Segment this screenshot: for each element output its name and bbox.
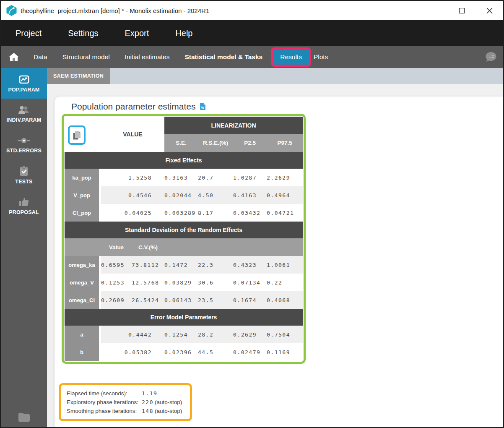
param-p975: 0.22 — [267, 274, 303, 291]
value-column-header: VALUE — [101, 117, 164, 152]
results-subtab-band: SAEM ESTIMATION — [47, 68, 503, 84]
param-value: 0.4442 — [101, 326, 164, 343]
svg-text:w: w — [200, 105, 204, 110]
param-label: omega_ka — [65, 256, 101, 274]
sidebar-item-label: PROPOSAL — [9, 209, 39, 215]
sidebar-item-std-errors[interactable]: STD.ERRORS — [1, 129, 47, 160]
param-p975: 0.04721 — [267, 204, 303, 222]
subtab-saem-estimation[interactable]: SAEM ESTIMATION — [47, 68, 110, 84]
home-icon[interactable] — [8, 52, 19, 62]
section-header-error-model: Error Model Parameters — [65, 309, 303, 326]
summary-suffix: (auto-stop) — [155, 399, 182, 405]
param-value: 0.05382 — [101, 343, 164, 361]
col-header-p975: P97.5 — [267, 134, 303, 152]
col-header-re-cv: C.V.(%) — [132, 238, 164, 256]
copy-icon[interactable] — [73, 130, 81, 140]
tab-statistical-model-tasks[interactable]: Statistical model & Tasks — [184, 53, 262, 61]
param-p25: 0.2629 — [233, 326, 267, 343]
pop-param-card: Population parameter estimates w — [55, 97, 503, 427]
table-row: b 0.05382 0.02396 44.5 0.02479 0.1169 — [65, 343, 303, 361]
sidebar-item-label: STD.ERRORS — [6, 148, 42, 154]
sidebar-item-label: TESTS — [15, 179, 32, 185]
tab-structural-model[interactable]: Structural model — [62, 53, 110, 61]
summary-elapsed-time: Elapsed time (seconds): 1.19 — [67, 390, 184, 397]
tab-plots[interactable]: Plots — [314, 53, 328, 61]
param-label: a — [65, 326, 101, 343]
sidebar-item-proposal[interactable]: PROPOSAL — [1, 191, 47, 221]
tab-data[interactable]: Data — [34, 53, 47, 61]
menu-project[interactable]: Project — [16, 29, 42, 38]
param-rse: 44.5 — [198, 343, 233, 361]
param-rse: 22.3 — [198, 256, 233, 274]
summary-label: Smoothing phase iterations: — [67, 408, 142, 414]
summary-label: Exploratory phase iterations: — [67, 399, 142, 405]
param-p25: 0.4163 — [233, 186, 267, 204]
menu-settings[interactable]: Settings — [68, 29, 98, 38]
param-p975: 1.0061 — [267, 256, 303, 274]
monolix-logo-icon — [6, 5, 17, 16]
col-header-se: S.E. — [164, 134, 198, 152]
close-icon — [486, 8, 493, 14]
section-header-random-effects: Standard Deviation of the Random Effects — [65, 222, 303, 238]
monolix-window: theophylline_project.mlxtran [demo] * - … — [0, 0, 504, 428]
param-cv: 12.5768 — [132, 274, 164, 291]
summary-smoothing-iterations: Smoothing phase iterations: 148 (auto-st… — [67, 408, 184, 414]
maximize-button[interactable] — [448, 1, 475, 20]
section-header-fixed-effects: Fixed Effects — [65, 152, 303, 169]
project-folder-button[interactable] — [1, 412, 47, 422]
param-p975: 0.7504 — [267, 326, 303, 343]
param-p25: 0.03432 — [233, 204, 267, 222]
param-rse: 8.17 — [198, 204, 233, 222]
param-se: 0.3163 — [164, 169, 198, 186]
titlebar: theophylline_project.mlxtran [demo] * - … — [1, 1, 503, 20]
table-row: a 0.4442 0.1254 28.2 0.2629 0.7504 — [65, 326, 303, 343]
param-p975: 0.1169 — [267, 343, 303, 361]
copy-table-annotation — [68, 125, 86, 145]
run-summary-annotation: Elapsed time (seconds): 1.19 Exploratory… — [59, 383, 192, 421]
sidebar-item-label: POP.PARAM — [8, 87, 40, 93]
summary-exploratory-iterations: Exploratory phase iterations: 220 (auto-… — [67, 399, 184, 405]
param-p25: 0.4323 — [233, 256, 267, 274]
results-highlight-annotation: Results — [271, 47, 311, 67]
sidebar-item-pop-param[interactable]: POP.PARAM — [1, 68, 47, 99]
menubar: Project Settings Export Help — [1, 20, 503, 46]
menu-export[interactable]: Export — [125, 29, 149, 38]
param-se: 0.003289 — [164, 204, 198, 222]
sidebar-item-indiv-param[interactable]: INDIV.PARAM — [1, 99, 47, 129]
param-rse: 30.6 — [198, 274, 233, 291]
feedback-button[interactable] — [484, 51, 497, 65]
tab-initial-estimates[interactable]: Initial estimates — [125, 53, 170, 61]
tab-results[interactable]: Results — [273, 50, 309, 65]
param-label: omega_Cl — [65, 291, 101, 309]
menu-help[interactable]: Help — [175, 29, 192, 38]
param-value: 0.2609 — [101, 291, 132, 309]
param-se: 0.06143 — [164, 291, 198, 309]
param-label: omega_V — [65, 274, 101, 291]
table-row: Cl_pop 0.04025 0.003289 8.17 0.03432 0.0… — [65, 204, 303, 222]
param-p975: 2.2629 — [267, 169, 303, 186]
sidebar-item-tests[interactable]: TESTS — [1, 160, 47, 191]
sidebar-item-label: INDIV.PARAM — [7, 117, 42, 123]
people-icon — [18, 105, 30, 115]
param-rse: 28.2 — [198, 326, 233, 343]
thumbs-up-icon — [18, 197, 29, 207]
param-value: 0.4546 — [101, 186, 164, 204]
param-p25: 1.0287 — [233, 169, 267, 186]
summary-label: Elapsed time (seconds): — [67, 390, 142, 397]
estimates-table-annotation: VALUE LINEARIZATION S.E. R.S.E.(%) P2.5 … — [62, 114, 306, 364]
table-row: V_pop 0.4546 0.02044 4.50 0.4163 0.4964 — [65, 186, 303, 204]
minimize-button[interactable] — [420, 1, 448, 20]
col-header-rse: R.S.E.(%) — [198, 134, 233, 152]
close-button[interactable] — [475, 1, 503, 20]
param-p25: 0.02479 — [233, 343, 267, 361]
param-se: 0.03829 — [164, 274, 198, 291]
col-header-re-value: Value — [101, 238, 132, 256]
results-sidebar: POP.PARAM INDIV.PARAM STD.ERRORS — [1, 68, 47, 427]
export-word-icon[interactable]: w — [200, 103, 206, 110]
param-value: 1.5258 — [101, 169, 164, 186]
summary-value: 220 — [142, 399, 153, 405]
param-label: ka_pop — [65, 169, 101, 186]
param-value: 0.04025 — [101, 204, 164, 222]
summary-value: 1.19 — [142, 390, 157, 397]
linearization-header: LINEARIZATION — [164, 117, 303, 134]
